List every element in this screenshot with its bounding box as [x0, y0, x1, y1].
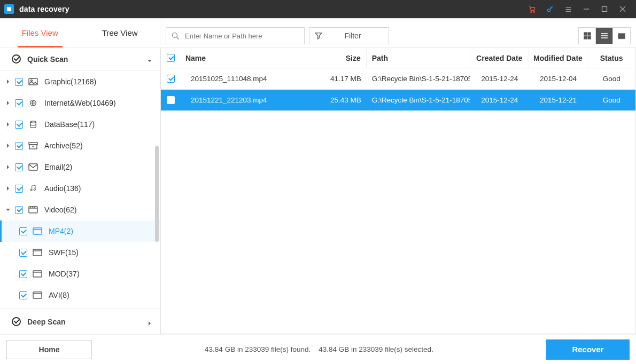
column-status[interactable]: Status: [587, 48, 635, 68]
chevron-right-icon: [5, 143, 11, 148]
column-name[interactable]: Name: [185, 48, 319, 68]
svg-point-18: [30, 189, 32, 191]
svg-rect-35: [584, 33, 587, 35]
checkbox[interactable]: [19, 270, 27, 278]
subcategory-avi[interactable]: AVI(8): [0, 284, 160, 306]
subcategory-label: AVI(8): [49, 291, 69, 299]
tab-files-view[interactable]: Files View: [0, 19, 80, 47]
subcategory-mod[interactable]: MOD(37): [0, 263, 160, 284]
category-video[interactable]: Video(62): [0, 199, 160, 220]
cell-name: 20151025_111048.mp4: [185, 68, 319, 89]
database-icon: [28, 120, 38, 129]
table-row[interactable]: 20151025_111048.mp4 41.17 MB G:\Recycle …: [161, 68, 635, 90]
subcategory-label: SWF(15): [49, 248, 79, 257]
row-checkbox[interactable]: [161, 90, 185, 110]
deep-scan-header[interactable]: Deep Scan: [0, 308, 160, 334]
menu-icon[interactable]: [559, 0, 577, 18]
chevron-down-icon: [5, 207, 11, 212]
filter-button[interactable]: Filter: [309, 27, 389, 44]
column-created[interactable]: Created Date: [470, 48, 529, 68]
maximize-button[interactable]: [595, 0, 614, 18]
main-area: Files View Tree View Quick Scan Graphic(…: [0, 18, 636, 334]
table-row[interactable]: 20151221_221203.mp4 25.43 MB G:\Recycle …: [161, 90, 635, 111]
checkbox[interactable]: [19, 227, 27, 235]
category-label: Archive(52): [44, 141, 83, 150]
cell-name: 20151221_221203.mp4: [185, 90, 319, 110]
left-panel: Files View Tree View Quick Scan Graphic(…: [0, 19, 160, 334]
recover-button[interactable]: Recover: [546, 339, 630, 360]
close-button[interactable]: [614, 0, 632, 18]
chevron-right-icon: [5, 122, 11, 127]
footer: Home 43.84 GB in 233039 file(s) found. 4…: [0, 334, 636, 364]
toolbar: Filter: [160, 24, 636, 48]
cell-size: 41.17 MB: [319, 68, 367, 89]
svg-point-13: [30, 121, 36, 123]
scrollbar-thumb[interactable]: [155, 146, 159, 242]
category-graphic[interactable]: Graphic(12168): [0, 71, 160, 92]
cell-path: G:\Recycle Bin\S-1-5-21-18705229...: [367, 90, 470, 110]
view-mode-switch: [578, 27, 631, 44]
svg-rect-15: [29, 145, 37, 149]
select-all-checkbox[interactable]: [161, 48, 185, 68]
svg-point-1: [533, 11, 534, 12]
titlebar: data recovery: [0, 0, 636, 18]
checkbox[interactable]: [19, 291, 27, 299]
svg-point-2: [547, 9, 550, 11]
svg-line-34: [177, 37, 179, 39]
status-found: 43.84 GB in 233039 file(s) found.: [205, 345, 311, 353]
category-label: Email(2): [44, 163, 72, 171]
svg-point-0: [530, 11, 531, 12]
checkbox[interactable]: [15, 121, 23, 129]
category-audio[interactable]: Audio(136): [0, 178, 160, 199]
category-label: Audio(136): [44, 184, 81, 193]
tab-tree-view[interactable]: Tree View: [80, 19, 160, 47]
checkbox[interactable]: [15, 163, 23, 171]
cell-status: Good: [587, 90, 635, 110]
checkbox[interactable]: [15, 185, 23, 193]
chevron-down-icon: [147, 57, 152, 62]
quick-scan-header[interactable]: Quick Scan: [0, 48, 160, 71]
checkbox[interactable]: [15, 99, 23, 107]
key-icon[interactable]: [541, 0, 559, 18]
svg-point-33: [173, 33, 177, 37]
checkbox[interactable]: [15, 78, 23, 86]
minimize-button[interactable]: [577, 0, 595, 18]
category-tree: Graphic(12168) Internet&Web(10469) DataB…: [0, 71, 160, 308]
subcategory-mp4[interactable]: MP4(2): [0, 220, 160, 242]
subcategory-label: MP4(2): [49, 227, 73, 235]
view-grid-button[interactable]: [579, 28, 596, 44]
column-size[interactable]: Size: [319, 48, 367, 68]
view-list-button[interactable]: [596, 28, 613, 44]
category-archive[interactable]: Archive(52): [0, 135, 160, 156]
category-email[interactable]: Email(2): [0, 156, 160, 178]
search-icon: [172, 32, 180, 40]
filter-label: Filter: [322, 31, 383, 40]
search-input-wrapper[interactable]: [166, 27, 305, 44]
row-checkbox[interactable]: [161, 68, 185, 89]
column-modified[interactable]: Modified Date: [529, 48, 588, 68]
cell-created: 2015-12-24: [470, 68, 529, 89]
app-logo: [4, 4, 14, 14]
svg-rect-7: [602, 7, 607, 12]
home-button[interactable]: Home: [6, 340, 92, 359]
subcategory-swf[interactable]: SWF(15): [0, 242, 160, 263]
check-circle-icon: [12, 317, 21, 326]
chevron-right-icon: [5, 164, 11, 170]
search-input[interactable]: [185, 32, 299, 40]
chevron-right-icon: [5, 100, 11, 106]
view-preview-button[interactable]: [613, 28, 630, 44]
right-panel: Filter Name Size Path Created Date Modif…: [160, 19, 636, 334]
svg-rect-36: [588, 33, 591, 35]
app-title: data recovery: [19, 5, 69, 13]
svg-rect-38: [588, 36, 591, 39]
category-database[interactable]: DataBase(117): [0, 114, 160, 135]
cell-modified: 2015-12-21: [529, 90, 588, 110]
cart-icon[interactable]: [523, 0, 541, 18]
video-icon: [33, 290, 42, 300]
checkbox[interactable]: [15, 142, 23, 150]
category-internet[interactable]: Internet&Web(10469): [0, 92, 160, 114]
chevron-right-icon: [5, 79, 11, 84]
checkbox[interactable]: [15, 206, 23, 214]
checkbox[interactable]: [19, 249, 27, 257]
column-path[interactable]: Path: [367, 48, 470, 68]
